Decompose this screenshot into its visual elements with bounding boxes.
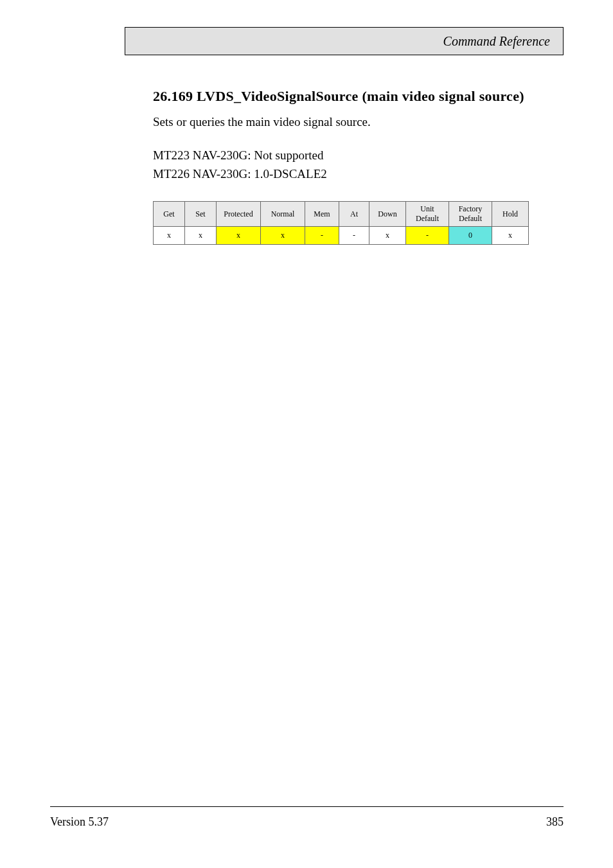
cell-hold: x <box>492 227 529 245</box>
cell-get: x <box>154 227 185 245</box>
col-at: At <box>339 202 369 227</box>
col-hold: Hold <box>492 202 529 227</box>
col-normal: Normal <box>261 202 305 227</box>
description: Sets or queries the main video signal so… <box>153 114 371 130</box>
cell-factory-default: 0 <box>449 227 492 245</box>
header-box: Command Reference <box>125 27 564 55</box>
col-protected: Protected <box>217 202 261 227</box>
table-row: x x x x - - x - 0 x <box>154 227 529 245</box>
table-header-row: Get Set Protected Normal Mem At Down Uni… <box>154 202 529 227</box>
footer-rule <box>50 806 564 807</box>
col-get: Get <box>154 202 185 227</box>
col-unit-default: Unit Default <box>406 202 449 227</box>
col-factory-default: Factory Default <box>449 202 492 227</box>
footer-version: Version 5.37 <box>50 815 109 829</box>
col-mem: Mem <box>305 202 339 227</box>
cell-normal: x <box>261 227 305 245</box>
page: Command Reference 26.169 LVDS_VideoSigna… <box>0 0 613 868</box>
cell-set: x <box>185 227 217 245</box>
footer-page-number: 385 <box>546 815 564 829</box>
header-title: Command Reference <box>443 34 550 49</box>
support-line-2: MT226 NAV-230G: 1.0-DSCALE2 <box>153 166 327 182</box>
cell-down: x <box>369 227 406 245</box>
col-down: Down <box>369 202 406 227</box>
support-line-1: MT223 NAV-230G: Not supported <box>153 147 323 164</box>
cell-unit-default: - <box>406 227 449 245</box>
spec-table: Get Set Protected Normal Mem At Down Uni… <box>153 201 529 245</box>
col-set: Set <box>185 202 217 227</box>
cell-at: - <box>339 227 369 245</box>
cell-mem: - <box>305 227 339 245</box>
cell-protected: x <box>217 227 261 245</box>
section-title: 26.169 LVDS_VideoSignalSource (main vide… <box>153 88 524 105</box>
